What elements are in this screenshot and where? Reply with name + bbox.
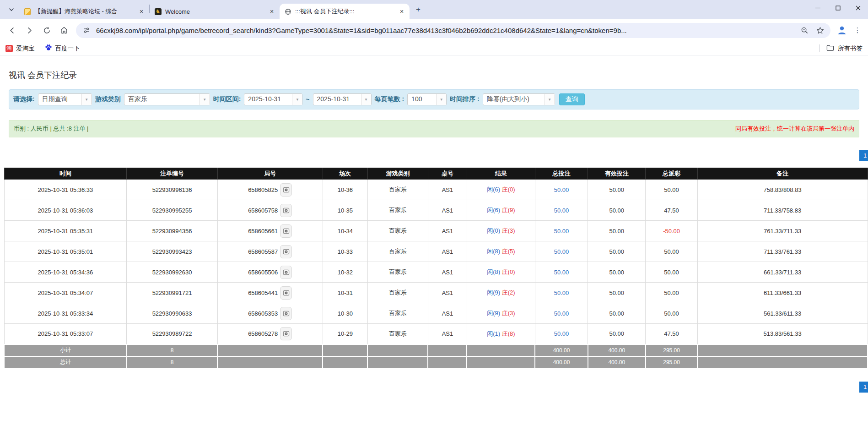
pagination-bottom: 1 (0, 382, 868, 393)
cell-table-no: AS1 (428, 283, 467, 303)
cell-table-no: AS1 (428, 324, 467, 344)
payout-value: 50.00 (664, 289, 679, 296)
cell-session: 10-33 (323, 241, 367, 262)
query-type-label: 请选择: (13, 95, 35, 104)
summary-label: 总计 (4, 356, 127, 368)
cell-total-bet: 50.00 (535, 324, 588, 344)
reload-icon[interactable] (39, 23, 54, 38)
cell-round: 658605278 (217, 324, 323, 344)
page-1-button[interactable]: 1 (859, 150, 868, 161)
tab-close-icon[interactable]: ✕ (137, 7, 146, 16)
date-from-input[interactable]: 2025-10-31 ▼ (244, 93, 302, 105)
new-tab-button[interactable]: + (412, 4, 424, 16)
round-wrap: 658605587 (248, 245, 292, 258)
video-replay-icon[interactable] (280, 183, 292, 197)
total-bet-link[interactable]: 50.00 (554, 248, 569, 255)
cell-payout: -50.00 (646, 221, 697, 241)
cell-game-type: 百家乐 (367, 180, 428, 200)
chevron-down-icon: ▼ (81, 94, 92, 105)
bookmarks-divider (819, 44, 820, 52)
window-minimize-icon[interactable] (808, 0, 828, 16)
cell-time: 2025-10-31 05:33:07 (4, 324, 127, 344)
site-settings-icon[interactable] (81, 24, 92, 36)
time-sort-select[interactable]: 降幂(由大到小) ▼ (483, 93, 555, 105)
video-replay-icon[interactable] (280, 286, 292, 300)
window-close-icon[interactable] (848, 0, 868, 16)
total-bet-link[interactable]: 50.00 (554, 186, 569, 193)
summary-empty (367, 356, 428, 368)
folder-icon (826, 44, 834, 53)
tab-forum[interactable]: 【新提醒】海燕策略论坛 - 综合 ✕ (19, 4, 149, 19)
total-bet-link[interactable]: 50.00 (554, 269, 569, 276)
header-table-no: 桌号 (428, 168, 467, 180)
filter-bar: 请选择: 日期查询 ▼ 游戏类别 百家乐 ▼ 时间区间: 2025-10-31 … (9, 89, 859, 109)
bookmark-star-icon[interactable] (814, 24, 826, 36)
zoom-page-icon[interactable] (798, 24, 810, 36)
result-player: 闲(8) (487, 248, 500, 255)
search-button[interactable]: 查询 (559, 93, 585, 105)
video-replay-icon[interactable] (280, 224, 292, 238)
valid-bet-warning-text: 同局有效投注，统一计算在该局第一张注单内 (735, 125, 854, 133)
tab-close-icon[interactable]: ✕ (268, 7, 276, 16)
forward-icon[interactable] (22, 23, 37, 38)
url-text[interactable]: 66cxkj98.com/ipl/portal.php/game/betreco… (96, 27, 795, 34)
cell-payout: 50.00 (646, 303, 697, 324)
cell-result: 闲(6) 庄(9) (467, 200, 535, 221)
total-bet-link[interactable]: 50.00 (554, 330, 569, 337)
tab-title: :::视讯 会员下注纪录::: (295, 7, 394, 16)
video-replay-icon[interactable] (280, 245, 292, 258)
address-bar[interactable]: 66cxkj98.com/ipl/portal.php/game/betreco… (76, 23, 830, 38)
total-bet-link[interactable]: 50.00 (554, 228, 569, 235)
payout-value: -50.00 (663, 228, 680, 235)
round-wrap: 658605353 (248, 307, 292, 320)
summary-valid-bet: 400.00 (588, 356, 646, 368)
bookmark-label: 百度一下 (55, 44, 80, 53)
table-row: 2025-10-31 05:34:07522930991721658605441… (4, 283, 868, 303)
header-game-type: 游戏类别 (367, 168, 428, 180)
page-size-label: 每页笔数 : (375, 95, 404, 104)
bookmark-aitaobao[interactable]: 淘 爱淘宝 (5, 44, 35, 53)
cell-time: 2025-10-31 05:35:01 (4, 241, 127, 262)
chevron-down-icon: ▼ (545, 94, 555, 105)
cell-table-no: AS1 (428, 221, 467, 241)
video-replay-icon[interactable] (280, 307, 292, 320)
tab-bet-records-active[interactable]: :::视讯 会员下注纪录::: ✕ (280, 4, 410, 19)
home-icon[interactable] (57, 23, 71, 38)
total-bet-link[interactable]: 50.00 (554, 310, 569, 317)
payout-value: 47.50 (664, 207, 679, 214)
cell-time: 2025-10-31 05:35:31 (4, 221, 127, 241)
video-replay-icon[interactable] (280, 327, 292, 340)
back-icon[interactable] (5, 23, 19, 38)
profile-avatar[interactable] (835, 23, 849, 37)
page-1-button[interactable]: 1 (859, 382, 868, 393)
total-bet-link[interactable]: 50.00 (554, 207, 569, 214)
round-number: 658605661 (248, 228, 278, 235)
video-replay-icon[interactable] (280, 204, 292, 217)
bookmark-baidu[interactable]: 百度一下 (45, 44, 80, 53)
tab-welcome[interactable]: ♞ Welcome ✕ (150, 4, 280, 19)
tab-close-icon[interactable]: ✕ (398, 7, 406, 16)
header-session: 场次 (323, 168, 367, 180)
cell-table-no: AS1 (428, 241, 467, 262)
total-bet-link[interactable]: 50.00 (554, 289, 569, 296)
cell-total-bet: 50.00 (535, 262, 588, 283)
video-replay-icon[interactable] (280, 266, 292, 279)
all-bookmarks[interactable]: 所有书签 (819, 44, 863, 53)
summary-empty (697, 356, 868, 368)
cell-result: 闲(9) 庄(3) (467, 303, 535, 324)
query-type-select[interactable]: 日期查询 ▼ (38, 93, 92, 105)
bet-table-body: 2025-10-31 05:36:33522930996136658605825… (4, 180, 868, 368)
game-type-select[interactable]: 百家乐 ▼ (124, 93, 210, 105)
result-banker: 庄(5) (502, 248, 515, 255)
tab-search-icon[interactable] (5, 4, 17, 16)
cell-valid-bet: 50.00 (588, 283, 646, 303)
time-range-label: 时间区间: (213, 95, 241, 104)
page-size-select[interactable]: 100 ▼ (407, 93, 447, 105)
round-number: 658605441 (248, 289, 278, 296)
currency-summary-text: 币别 : 人民币 | 总共 :8 注单 | (14, 125, 89, 133)
result-player: 闲(6) (487, 207, 500, 213)
browser-menu-icon[interactable]: ⋮ (852, 24, 863, 36)
date-to-input[interactable]: 2025-10-31 ▼ (313, 93, 372, 105)
cell-time: 2025-10-31 05:34:36 (4, 262, 127, 283)
window-maximize-icon[interactable] (828, 0, 848, 16)
